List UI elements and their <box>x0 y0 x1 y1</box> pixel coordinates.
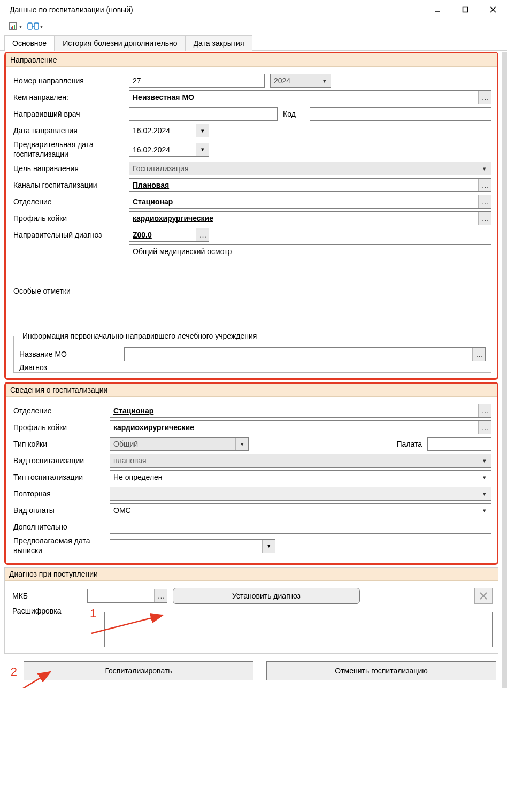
goal-select[interactable]: Госпитализация ▾ <box>129 162 491 175</box>
hosp-kind-value: плановая <box>113 456 147 465</box>
bed-type-select[interactable]: Общий ▾ <box>110 437 249 451</box>
tab-main[interactable]: Основное <box>4 35 55 51</box>
admit-diag-title: Диагноз при поступлении <box>5 568 498 581</box>
mkb-label: МКБ <box>12 592 82 600</box>
ellipsis-icon[interactable]: … <box>478 195 491 208</box>
svg-rect-3 <box>12 26 13 29</box>
maximize-button[interactable] <box>451 2 479 18</box>
orig-mo-name-value <box>125 348 472 361</box>
tab-close-date[interactable]: Дата закрытия <box>186 35 252 51</box>
svg-rect-2 <box>11 27 12 29</box>
referral-number-input[interactable] <box>129 74 265 88</box>
ref-doctor-input[interactable] <box>129 107 278 121</box>
extra-input[interactable] <box>110 520 491 534</box>
ref-date-label: Дата направления <box>13 126 124 135</box>
chevron-down-icon: ▾ <box>318 74 331 87</box>
bed-type-value: Общий <box>113 440 138 448</box>
titlebar: Данные по госпитализации (новый) <box>0 0 507 19</box>
ref-code-input[interactable] <box>310 107 491 121</box>
tab-history[interactable]: История болезни дополнительно <box>55 35 185 51</box>
desc-textarea[interactable] <box>104 612 493 647</box>
hosp-dept-lookup[interactable]: Стационар … <box>110 404 491 418</box>
toolbar-link-button[interactable]: ▾ <box>26 20 44 32</box>
referral-panel-title: Направление <box>6 53 497 67</box>
ref-date-input[interactable]: 16.02.2024 ▾ <box>129 124 209 137</box>
calendar-icon[interactable]: ▾ <box>196 124 209 137</box>
calendar-icon[interactable]: ▾ <box>196 143 209 156</box>
referral-number-label: Номер направления <box>13 76 124 85</box>
chevron-down-icon: ▾ <box>478 162 491 175</box>
report-icon <box>9 21 18 31</box>
ellipsis-icon[interactable]: … <box>478 179 491 191</box>
window-controls <box>424 2 507 18</box>
referral-year-select[interactable]: 2024 ▾ <box>270 74 331 88</box>
ellipsis-icon[interactable]: … <box>478 91 491 104</box>
hosp-type-select[interactable]: Не определен ▾ <box>110 470 491 484</box>
tab-bar: Основное История болезни дополнительно Д… <box>0 35 507 51</box>
ellipsis-icon[interactable]: … <box>196 228 209 241</box>
orig-diag-label: Диагноз <box>19 364 119 371</box>
minimize-button[interactable] <box>424 2 451 18</box>
hosp-bed-label: Профиль койки <box>13 423 104 432</box>
cancel-hosp-button[interactable]: Отменить госпитализацию <box>266 661 496 680</box>
maximize-icon <box>463 7 468 12</box>
calendar-icon[interactable]: ▾ <box>262 540 275 553</box>
discharge-date-input[interactable]: ▾ <box>110 539 275 553</box>
svg-rect-5 <box>28 23 32 29</box>
toolbar-report-button[interactable]: ▾ <box>7 20 23 32</box>
orig-mo-name-lookup[interactable]: … <box>124 347 486 361</box>
ellipsis-icon[interactable]: … <box>154 589 167 602</box>
hosp-kind-select[interactable]: плановая ▾ <box>110 454 491 468</box>
hosp-dept-label: Отделение <box>13 407 104 415</box>
admit-diag-panel: Диагноз при поступлении МКБ … Установить… <box>4 567 498 654</box>
ref-bed-value: кардиохирургические <box>129 212 478 225</box>
hospitalize-button[interactable]: Госпитализировать <box>24 661 253 680</box>
payment-value: ОМС <box>113 506 131 515</box>
ref-diag-text[interactable]: Общий медицинский осмотр <box>129 244 491 284</box>
set-diagnosis-button[interactable]: Установить диагноз <box>173 588 360 604</box>
window: Данные по госпитализации (новый) ▾ <box>0 0 507 688</box>
hosp-bed-lookup[interactable]: кардиохирургические … <box>110 420 491 434</box>
ref-bed-label: Профиль койки <box>13 214 124 223</box>
ellipsis-icon[interactable]: … <box>472 348 485 361</box>
window-title: Данные по госпитализации (новый) <box>10 5 133 14</box>
ward-input[interactable] <box>427 437 491 451</box>
goal-label: Цель направления <box>13 164 124 173</box>
repeat-label: Повторная <box>13 489 104 498</box>
prelim-date-input[interactable]: 16.02.2024 ▾ <box>129 143 209 157</box>
hosp-bed-value: кардиохирургические <box>110 421 478 434</box>
referral-panel: Направление Номер направления 2024 ▾ Кем… <box>4 52 498 380</box>
payment-select[interactable]: ОМС ▾ <box>110 503 491 517</box>
ellipsis-icon[interactable]: … <box>478 212 491 225</box>
ref-diag-code-lookup[interactable]: Z00.0 … <box>129 228 209 242</box>
desc-label: Расшифровка <box>12 607 82 615</box>
referral-year-value: 2024 <box>274 76 290 85</box>
hosp-panel-title: Сведения о госпитализации <box>6 384 497 397</box>
channel-lookup[interactable]: Плановая … <box>129 178 491 192</box>
sent-by-value: Неизвестная МО <box>129 91 478 104</box>
ref-doctor-label: Направивший врач <box>13 110 124 118</box>
close-button[interactable] <box>479 2 507 18</box>
mkb-lookup[interactable]: … <box>87 589 167 603</box>
notes-textarea[interactable] <box>129 287 491 326</box>
chevron-down-icon: ▾ <box>478 504 491 517</box>
ref-dept-lookup[interactable]: Стационар … <box>129 195 491 209</box>
hosp-panel: Сведения о госпитализации Отделение Стац… <box>4 382 498 565</box>
repeat-select[interactable]: ▾ <box>110 487 491 501</box>
clear-diagnosis-button[interactable] <box>474 588 493 604</box>
hosp-dept-value: Стационар <box>110 404 478 417</box>
ref-dept-label: Отделение <box>13 197 124 206</box>
ellipsis-icon[interactable]: … <box>478 421 491 434</box>
orig-mo-group: Информация первоначально направившего ле… <box>13 332 491 373</box>
payment-label: Вид оплаты <box>13 506 104 515</box>
extra-label: Дополнительно <box>13 523 104 531</box>
mkb-value <box>88 589 154 602</box>
orig-mo-group-title: Информация первоначально направившего ле… <box>19 332 260 340</box>
channel-value: Плановая <box>129 179 478 191</box>
notes-label: Особые отметки <box>13 287 124 295</box>
ref-bed-lookup[interactable]: кардиохирургические … <box>129 211 491 225</box>
ellipsis-icon[interactable]: … <box>478 404 491 417</box>
sent-by-lookup[interactable]: Неизвестная МО … <box>129 90 491 104</box>
scrollbar[interactable] <box>502 52 507 688</box>
toolbar: ▾ ▾ <box>0 19 507 35</box>
